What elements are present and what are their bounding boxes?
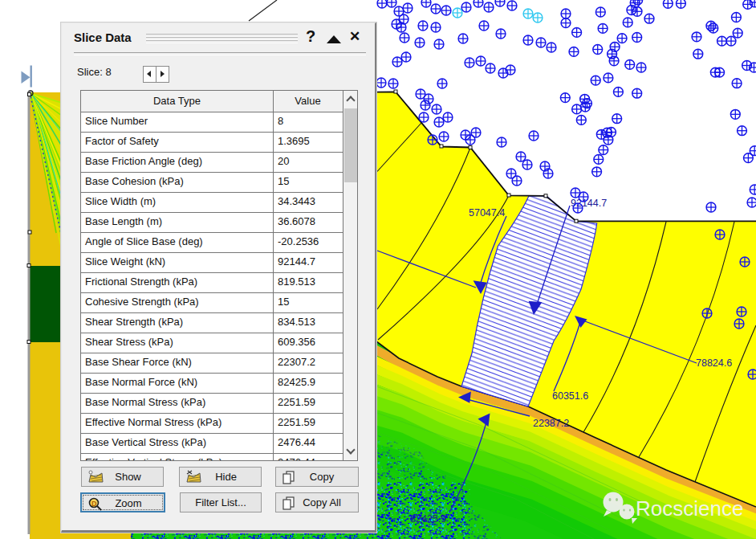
svg-text:82425.9: 82425.9 — [410, 513, 446, 525]
svg-text:22387.2: 22387.2 — [533, 418, 569, 429]
svg-text:Rocscience: Rocscience — [636, 496, 743, 521]
svg-text:60351.6: 60351.6 — [552, 390, 588, 402]
svg-text:57047.4: 57047.4 — [469, 207, 505, 218]
svg-text:78824.6: 78824.6 — [696, 357, 732, 369]
svg-text:D: D — [91, 500, 97, 508]
